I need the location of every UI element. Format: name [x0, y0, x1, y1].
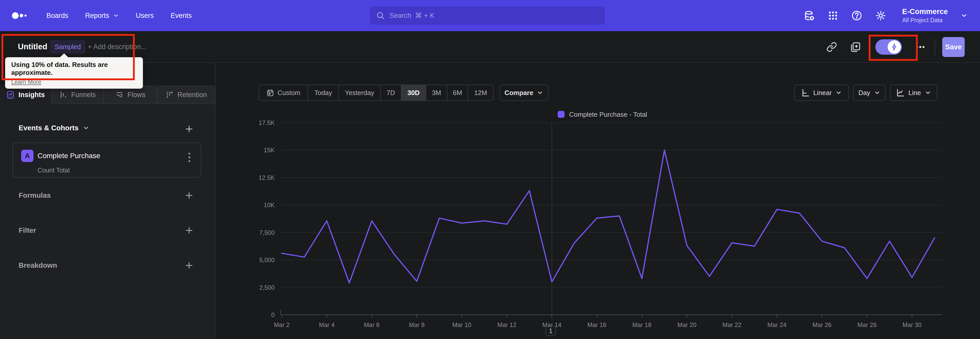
events-cohorts-header[interactable]: Events & Cohorts [19, 124, 89, 132]
range-30d[interactable]: 30D [401, 85, 426, 101]
tab-retention[interactable]: Retention [157, 86, 215, 104]
apps-grid-icon[interactable] [828, 10, 838, 21]
kebab-menu-icon[interactable] [186, 152, 193, 163]
more-horizontal-icon[interactable] [915, 42, 925, 52]
range-custom[interactable]: Custom [259, 85, 308, 101]
range-yesterday-label: Yesterday [345, 89, 374, 97]
range-3m-label: 3M [432, 89, 441, 97]
nav-events[interactable]: Events [171, 12, 192, 20]
line-chart-icon [896, 88, 905, 97]
copy-link-icon[interactable] [826, 42, 837, 52]
range-today[interactable]: Today [308, 85, 339, 101]
add-formula-button[interactable] [184, 190, 194, 200]
funnels-icon [59, 90, 68, 99]
global-search[interactable] [370, 6, 605, 24]
svg-text:Mar 20: Mar 20 [677, 321, 697, 328]
compare-label: Compare [504, 89, 533, 97]
chevron-down-icon[interactable] [961, 12, 968, 19]
svg-text:2,500: 2,500 [259, 284, 275, 291]
scale-dropdown[interactable]: Linear [794, 85, 849, 101]
sampling-tooltip: Using 10% of data. Results are approxima… [5, 57, 143, 89]
add-description-field[interactable]: + Add description... [88, 43, 146, 51]
gear-icon[interactable] [875, 10, 886, 21]
svg-text:Mar 10: Mar 10 [452, 321, 471, 328]
chevron-down-icon [537, 90, 543, 96]
add-to-board-icon[interactable] [850, 42, 861, 53]
plus-icon [185, 125, 193, 133]
nav-boards-label: Boards [46, 12, 68, 20]
range-12m[interactable]: 12M [468, 85, 493, 101]
range-7d[interactable]: 7D [381, 85, 401, 101]
plus-icon [185, 261, 193, 270]
lightning-icon [891, 43, 898, 51]
toolbar-divider [935, 39, 935, 55]
chart-type-dropdown[interactable]: Line [890, 85, 937, 101]
svg-text:Mar 6: Mar 6 [364, 321, 380, 328]
sampled-badge[interactable]: Sampled [50, 40, 86, 54]
range-yesterday[interactable]: Yesterday [339, 85, 381, 101]
chevron-down-icon [113, 13, 119, 19]
scale-label: Linear [813, 89, 832, 97]
line-chart: 02,5005,0007,50010K12.5K15K17.5KMar 2Mar… [255, 107, 955, 337]
svg-text:12.5K: 12.5K [259, 174, 275, 181]
chevron-down-icon [835, 90, 842, 96]
svg-text:0: 0 [271, 312, 275, 318]
svg-text:Mar 28: Mar 28 [858, 321, 877, 328]
granularity-label: Day [858, 89, 870, 97]
event-row-complete-purchase[interactable]: A Complete Purchase Count Total [13, 142, 201, 177]
event-metric[interactable]: Count Total [38, 166, 70, 174]
chevron-down-icon [83, 125, 89, 131]
svg-text:17.5K: 17.5K [259, 119, 275, 126]
svg-text:Mar 26: Mar 26 [812, 321, 832, 328]
add-event-button[interactable] [184, 124, 194, 134]
svg-text:7,500: 7,500 [259, 229, 275, 236]
nav-users[interactable]: Users [136, 12, 154, 20]
svg-text:Mar 8: Mar 8 [409, 321, 425, 328]
range-6m[interactable]: 6M [447, 85, 468, 101]
event-name[interactable]: Complete Purchase [38, 152, 100, 160]
report-toolbar: Untitled Sampled + Add description... Sa… [0, 31, 980, 63]
svg-text:10K: 10K [264, 201, 275, 208]
search-input[interactable] [390, 12, 599, 20]
svg-text:Mar 2: Mar 2 [274, 321, 290, 328]
page-number-button[interactable]: 1 [546, 326, 556, 336]
mixpanel-logo[interactable] [12, 10, 30, 21]
help-icon[interactable] [851, 10, 862, 21]
plus-icon [185, 226, 193, 235]
query-builder-panel: Events & Cohorts A Complete Purchase Cou… [0, 104, 215, 339]
tab-flows-label: Flows [127, 91, 145, 99]
range-7d-label: 7D [387, 89, 395, 97]
range-30d-label: 30D [407, 89, 420, 97]
nav-boards[interactable]: Boards [46, 12, 68, 20]
report-title[interactable]: Untitled [18, 42, 47, 51]
search-icon [376, 11, 385, 20]
add-filter-button[interactable] [184, 225, 194, 235]
chevron-down-icon [874, 90, 880, 96]
event-series-badge: A [21, 150, 33, 162]
add-breakdown-button[interactable] [184, 260, 194, 270]
range-6m-label: 6M [453, 89, 462, 97]
save-button[interactable]: Save [942, 37, 965, 57]
breakdown-header: Breakdown [19, 261, 57, 270]
svg-text:15K: 15K [264, 147, 275, 154]
nav-events-label: Events [171, 12, 192, 20]
tab-funnels-label: Funnels [71, 91, 96, 99]
project-selector[interactable]: E-Commerce All Project Data [902, 7, 948, 24]
range-3m[interactable]: 3M [426, 85, 447, 101]
top-navbar: Boards Reports Users Events E-Commerce A… [0, 0, 980, 31]
insights-icon [6, 90, 15, 99]
tab-retention-label: Retention [177, 91, 207, 99]
data-management-icon[interactable] [803, 10, 815, 21]
retention-icon [165, 90, 174, 99]
tooltip-arrow [60, 53, 68, 58]
tooltip-message: Using 10% of data. Results are approxima… [11, 61, 137, 77]
sampling-toggle[interactable] [875, 39, 902, 55]
linear-scale-icon [801, 88, 810, 97]
nav-reports[interactable]: Reports [85, 12, 119, 20]
svg-text:Mar 18: Mar 18 [632, 321, 652, 328]
granularity-dropdown[interactable]: Day [853, 85, 886, 101]
range-12m-label: 12M [474, 89, 487, 97]
chart-type-label: Line [908, 89, 921, 97]
compare-dropdown[interactable]: Compare [500, 85, 549, 101]
learn-more-link[interactable]: Learn More [11, 79, 41, 86]
